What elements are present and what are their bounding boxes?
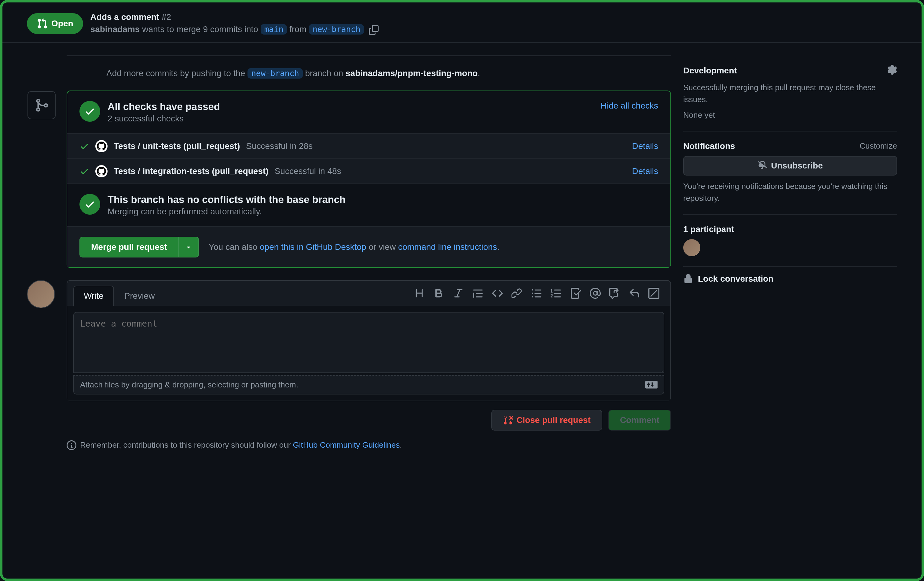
attach-hint[interactable]: Attach files by dragging & dropping, sel…: [73, 375, 664, 394]
sidebar-development-title: Development: [683, 66, 737, 76]
comment-button[interactable]: Comment: [608, 410, 671, 430]
check-status: Successful in 48s: [275, 166, 341, 176]
development-settings[interactable]: [887, 65, 897, 77]
copy-icon[interactable]: [369, 25, 379, 35]
participants-title: 1 participant: [683, 224, 734, 234]
check-details-link[interactable]: Details: [632, 166, 658, 176]
repo-link[interactable]: sabinadams/pnpm-testing-mono: [346, 68, 478, 78]
pr-title-line: Adds a comment #2: [91, 12, 897, 22]
git-merge-icon: [34, 98, 49, 113]
sidebar-notifications-title: Notifications: [683, 141, 735, 151]
tab-write[interactable]: Write: [73, 286, 114, 306]
checks-status-icon: [79, 101, 100, 122]
info-icon: [67, 440, 76, 450]
user-avatar[interactable]: [27, 280, 55, 308]
lock-conversation[interactable]: Lock conversation: [683, 266, 897, 291]
reply-icon[interactable]: [629, 288, 640, 299]
pr-meta: sabinadams wants to merge 9 commits into…: [91, 25, 897, 35]
conflicts-subtitle: Merging can be performed automatically.: [107, 207, 346, 217]
github-actions-avatar: [95, 140, 107, 152]
check-row: Tests / integration-tests (pull_request)…: [67, 159, 670, 184]
guidelines-link[interactable]: GitHub Community Guidelines: [293, 440, 400, 450]
gear-icon: [887, 65, 897, 74]
bold-icon[interactable]: [433, 288, 444, 299]
close-pr-button[interactable]: Close pull request: [491, 410, 602, 430]
link-icon[interactable]: [512, 288, 523, 299]
cross-reference-icon[interactable]: [609, 288, 620, 299]
pull-request-closed-icon: [503, 415, 513, 425]
quote-icon[interactable]: [472, 288, 483, 299]
checks-subtitle: 2 successful checks: [107, 114, 220, 124]
bell-slash-icon: [757, 161, 767, 170]
check-details-link[interactable]: Details: [632, 141, 658, 151]
check-name: Tests / integration-tests (pull_request): [114, 166, 269, 176]
author-link[interactable]: sabinadams: [91, 25, 140, 34]
tasklist-icon[interactable]: [570, 288, 581, 299]
notification-reason: You're receiving notifications because y…: [683, 180, 897, 204]
merge-pr-button[interactable]: Merge pull request: [79, 237, 179, 257]
checks-title: All checks have passed: [107, 101, 220, 113]
unordered-list-icon[interactable]: [531, 288, 542, 299]
heading-icon[interactable]: [414, 288, 425, 299]
hide-checks-link[interactable]: Hide all checks: [601, 101, 658, 111]
merge-box: All checks have passed 2 successful chec…: [67, 91, 671, 268]
merge-icon-badge: [28, 91, 56, 119]
tab-preview[interactable]: Preview: [114, 286, 165, 306]
state-badge: Open: [27, 13, 83, 34]
pull-request-icon: [37, 18, 48, 29]
check-status: Successful in 28s: [246, 141, 313, 151]
check-name: Tests / unit-tests (pull_request): [114, 141, 240, 151]
caret-down-icon: [185, 243, 192, 251]
check-icon: [79, 141, 89, 151]
merge-options-dropdown[interactable]: [179, 237, 199, 257]
pr-number: #2: [162, 12, 171, 22]
ordered-list-icon[interactable]: [551, 288, 562, 299]
comment-editor: Write Preview: [67, 280, 671, 401]
diff-icon[interactable]: [648, 288, 659, 299]
participant-avatar[interactable]: [683, 239, 700, 256]
merge-help-text: You can also open this in GitHub Desktop…: [209, 242, 499, 252]
open-desktop-link[interactable]: open this in GitHub Desktop: [260, 242, 366, 252]
conflicts-title: This branch has no conflicts with the ba…: [107, 194, 346, 205]
check-icon: [79, 166, 89, 176]
lock-icon: [683, 274, 693, 284]
comment-textarea[interactable]: [73, 312, 664, 373]
footer-note: Remember, contributions to this reposito…: [27, 430, 671, 450]
cli-instructions-link[interactable]: command line instructions: [398, 242, 497, 252]
state-label: Open: [51, 19, 73, 28]
code-icon[interactable]: [492, 288, 503, 299]
merge-status-icon: [79, 194, 100, 215]
development-text: Successfully merging this pull request m…: [683, 82, 897, 106]
hint-branch: new-branch: [248, 68, 303, 79]
github-actions-avatar: [95, 165, 107, 177]
unsubscribe-button[interactable]: Unsubscribe: [683, 156, 897, 175]
pr-header: Open Adds a comment #2 sabinadams wants …: [2, 2, 922, 43]
base-branch[interactable]: main: [261, 24, 287, 35]
head-branch[interactable]: new-branch: [309, 24, 364, 35]
markdown-icon[interactable]: [645, 381, 658, 389]
commit-hint: Add more commits by pushing to the new-b…: [67, 55, 671, 91]
pr-title: Adds a comment: [91, 12, 160, 22]
check-row: Tests / unit-tests (pull_request) Succes…: [67, 134, 670, 159]
merge-action-bar: Merge pull request You can also open thi…: [67, 227, 670, 267]
customize-link[interactable]: Customize: [860, 141, 897, 151]
development-none: None yet: [683, 109, 897, 121]
italic-icon[interactable]: [453, 288, 464, 299]
mention-icon[interactable]: [590, 288, 601, 299]
